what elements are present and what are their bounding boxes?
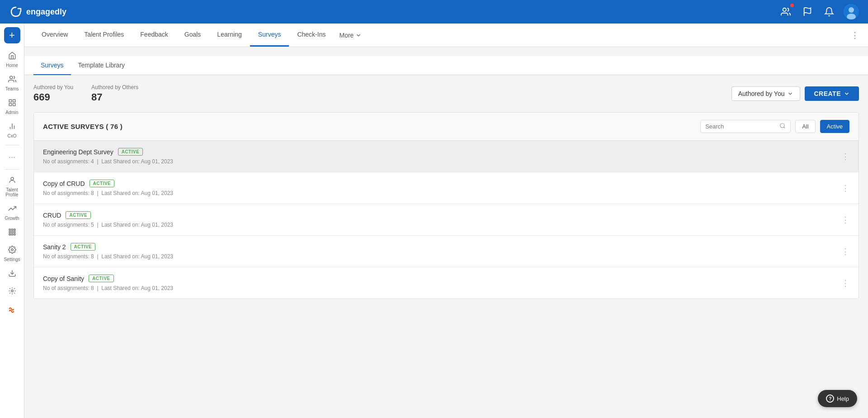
survey-item-menu[interactable]: ⋮ (840, 150, 851, 163)
sidebar-item-download[interactable] (1, 266, 24, 282)
sub-tab-template-library[interactable]: Template Library (71, 56, 132, 75)
survey-item-menu[interactable]: ⋮ (840, 276, 851, 290)
survey-item: Engineering Dept Survey ACTIVE No of ass… (34, 141, 859, 172)
sidebar-teams-label: Teams (5, 86, 19, 91)
sidebar-item-cxo[interactable]: CxO (1, 119, 24, 141)
sidebar-item-integrations[interactable] (1, 284, 24, 300)
people-icon-btn[interactable] (778, 5, 793, 19)
tab-feedback[interactable]: Feedback (132, 24, 176, 47)
survey-item: Copy of Sanity ACTIVE No of assignments:… (34, 267, 859, 299)
top-navigation: engagedly (0, 0, 868, 24)
survey-active-badge: ACTIVE (89, 275, 114, 282)
create-button[interactable]: CREATE (805, 86, 859, 101)
stats-actions: Authored by You CREATE (731, 86, 859, 101)
survey-meta: No of assignments: 8 | Last Shared on: A… (43, 285, 849, 291)
survey-item-header: Copy of Sanity ACTIVE (43, 275, 849, 282)
home-icon (8, 52, 16, 62)
svg-rect-19 (14, 232, 15, 233)
svg-point-23 (11, 249, 13, 251)
survey-active-badge: ACTIVE (66, 211, 91, 219)
authored-filter-dropdown[interactable]: Authored by You (731, 86, 801, 101)
svg-rect-21 (11, 234, 13, 235)
sidebar-item-home[interactable]: Home (1, 49, 24, 71)
sidebar-divider-1 (5, 145, 19, 145)
people-badge (790, 4, 794, 7)
surveys-header-right: All Active (700, 120, 849, 133)
bell-icon-btn[interactable] (822, 5, 836, 19)
sidebar-item-admin[interactable]: Admin (1, 96, 24, 118)
svg-rect-22 (14, 234, 15, 235)
cxo-icon (8, 122, 16, 133)
filter-all-button[interactable]: All (795, 120, 815, 133)
tab-learning[interactable]: Learning (209, 24, 250, 47)
survey-item-menu[interactable]: ⋮ (840, 245, 851, 258)
sidebar-item-wave[interactable] (1, 302, 24, 318)
tab-more[interactable]: More (334, 24, 367, 47)
tab-surveys[interactable]: Surveys (250, 24, 289, 47)
avatar[interactable] (844, 4, 859, 19)
survey-active-badge: ACTIVE (90, 180, 115, 187)
settings-icon (8, 246, 16, 256)
tab-goals[interactable]: Goals (176, 24, 209, 47)
authored-by-others-label: Authored by Others (91, 84, 138, 90)
secondary-nav-options[interactable]: ⋮ (851, 30, 859, 40)
sidebar-add-button[interactable]: + (4, 27, 20, 43)
search-box[interactable] (700, 120, 791, 133)
sidebar-growth-label: Growth (5, 216, 19, 221)
svg-rect-14 (9, 229, 10, 230)
svg-rect-15 (11, 229, 13, 230)
top-nav-right (778, 4, 859, 19)
survey-name: Copy of CRUD (43, 180, 85, 187)
search-input[interactable] (705, 123, 779, 130)
tab-check-ins[interactable]: Check-Ins (289, 24, 334, 47)
survey-name: Engineering Dept Survey (43, 148, 113, 156)
sidebar-item-teams[interactable]: Teams (1, 72, 24, 94)
help-icon: ? (826, 394, 834, 403)
svg-line-27 (784, 127, 785, 128)
sidebar-talent-label: Talent Profile (3, 187, 22, 197)
svg-rect-6 (9, 100, 11, 102)
wave-icon (8, 304, 17, 316)
sidebar-item-apps[interactable] (1, 225, 24, 241)
sidebar-item-talent-profile[interactable]: Talent Profile (1, 173, 24, 200)
survey-item: Copy of CRUD ACTIVE No of assignments: 8… (34, 172, 859, 204)
survey-item-menu[interactable]: ⋮ (840, 213, 851, 227)
help-button[interactable]: ? Help (818, 390, 857, 407)
tab-overview[interactable]: Overview (33, 24, 76, 47)
filter-active-button[interactable]: Active (820, 120, 849, 133)
logo[interactable]: engagedly (9, 5, 66, 19)
apps-icon (8, 228, 16, 238)
survey-name: CRUD (43, 212, 61, 219)
tab-talent-profiles[interactable]: Talent Profiles (76, 24, 132, 47)
authored-by-you-value: 669 (33, 91, 73, 103)
sidebar-home-label: Home (6, 63, 18, 68)
flag-icon-btn[interactable] (800, 5, 815, 19)
sidebar-cxo-label: CxO (8, 133, 17, 138)
svg-rect-17 (9, 232, 10, 233)
growth-icon (8, 204, 16, 215)
survey-active-badge: ACTIVE (118, 148, 143, 156)
sidebar-divider-2 (5, 169, 19, 170)
survey-name: Copy of Sanity (43, 275, 84, 282)
svg-rect-16 (14, 229, 15, 230)
survey-item: CRUD ACTIVE No of assignments: 5 | Last … (34, 204, 859, 236)
svg-rect-20 (9, 234, 10, 235)
main-layout: + Home Teams (0, 24, 868, 418)
survey-meta: No of assignments: 8 | Last Shared on: A… (43, 253, 849, 260)
survey-item-header: Sanity 2 ACTIVE (43, 243, 849, 251)
survey-item-header: Engineering Dept Survey ACTIVE (43, 148, 849, 156)
stats-row: Authored by You 669 Authored by Others 8… (33, 84, 859, 103)
stat-authored-by-others: Authored by Others 87 (91, 84, 138, 103)
sidebar-item-settings[interactable]: Settings (1, 243, 24, 265)
authored-by-you-label: Authored by You (33, 84, 73, 90)
sidebar-item-growth[interactable]: Growth (1, 202, 24, 223)
search-icon (779, 123, 786, 130)
sub-tabs: Surveys Template Library (24, 56, 868, 75)
sidebar: + Home Teams (0, 24, 24, 418)
surveys-section: ACTIVE SURVEYS ( 76 ) All Active (33, 112, 859, 299)
sub-tab-surveys[interactable]: Surveys (33, 56, 71, 75)
svg-point-26 (780, 124, 784, 128)
survey-item-header: Copy of CRUD ACTIVE (43, 180, 849, 187)
sidebar-more-btn[interactable]: ··· (5, 149, 19, 166)
survey-item-menu[interactable]: ⋮ (840, 181, 851, 195)
